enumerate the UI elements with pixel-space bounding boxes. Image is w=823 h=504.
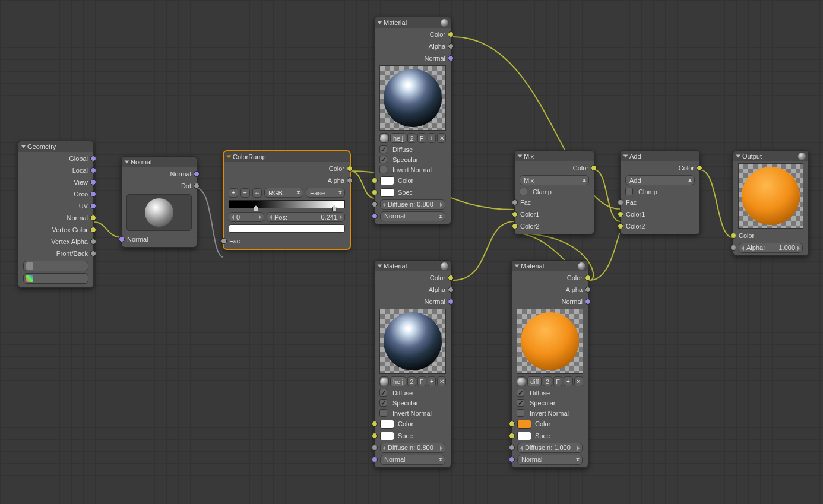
socket-out-normal[interactable]	[585, 299, 591, 305]
socket-uv[interactable]	[90, 203, 96, 209]
normal-select[interactable]: Normal	[517, 455, 583, 465]
node-header[interactable]: Material	[375, 261, 451, 271]
diffusein-field[interactable]: DiffuseIn: 0.800	[380, 199, 445, 210]
mat-browse[interactable]	[517, 376, 526, 386]
socket-frontback[interactable]	[90, 251, 96, 256]
socket-out-alpha[interactable]	[448, 43, 454, 49]
socket-in-spec[interactable]	[372, 189, 378, 195]
socket-in-color[interactable]	[372, 421, 378, 427]
node-header[interactable]: Material	[375, 17, 451, 28]
socket-in-color2[interactable]	[618, 223, 623, 229]
node-header[interactable]: Mix	[515, 151, 594, 161]
ramp-gradient[interactable]	[229, 200, 345, 208]
node-output[interactable]: Output Color Alpha:1.000	[733, 150, 809, 256]
swatch-spec[interactable]	[517, 432, 531, 440]
socket-out-color[interactable]	[448, 31, 454, 37]
node-header[interactable]: Add	[621, 151, 699, 161]
node-mix[interactable]: Mix Color Mix Clamp Fac Color1 Color2	[514, 150, 594, 234]
socket-in-fac[interactable]	[221, 238, 227, 244]
socket-out-normal[interactable]	[194, 171, 200, 177]
node-add[interactable]: Add Color Add Clamp Fac Color1 Color2	[620, 150, 700, 234]
socket-out-normal[interactable]	[448, 299, 454, 305]
ramp-stop-1[interactable]	[332, 205, 337, 211]
ramp-add-stop[interactable]: +	[229, 188, 238, 198]
chk-diffuse[interactable]	[379, 389, 387, 397]
swatch-spec[interactable]	[380, 188, 394, 197]
mat-browse[interactable]	[379, 376, 389, 386]
socket-in-color2[interactable]	[512, 223, 518, 229]
socket-out-color[interactable]	[448, 275, 454, 281]
node-header[interactable]: Material	[512, 261, 588, 271]
ramp-stop-pos[interactable]: Pos:0.241	[267, 212, 345, 222]
socket-in-color[interactable]	[372, 177, 378, 183]
mat-unlink[interactable]: ✕	[437, 376, 446, 386]
mat-add[interactable]: +	[564, 376, 572, 386]
ramp-stop-color[interactable]	[229, 224, 345, 233]
socket-out-alpha[interactable]	[347, 177, 353, 183]
socket-out-color[interactable]	[697, 165, 702, 171]
swatch-color[interactable]	[380, 176, 394, 185]
socket-in-fac[interactable]	[618, 199, 623, 205]
socket-out-color[interactable]	[347, 166, 353, 172]
socket-in-color1[interactable]	[618, 211, 623, 217]
swatch-color[interactable]	[517, 420, 531, 429]
node-header[interactable]: Geometry	[18, 141, 93, 152]
swatch-color[interactable]	[380, 420, 394, 429]
socket-in-alpha[interactable]	[730, 245, 736, 251]
mat-users[interactable]: 2	[543, 376, 552, 386]
socket-in-spec[interactable]	[372, 433, 378, 439]
chk-specular[interactable]	[517, 399, 524, 407]
chk-diffuse[interactable]	[517, 389, 524, 397]
socket-out-color[interactable]	[591, 165, 597, 171]
node-material-2[interactable]: Material Color Alpha Normal heij 2 F + ✕…	[374, 260, 451, 468]
mat-fake-user[interactable]: F	[417, 133, 426, 143]
socket-in-normal[interactable]	[509, 457, 515, 462]
socket-out-alpha[interactable]	[448, 287, 454, 293]
blend-mode[interactable]: Add	[625, 175, 695, 185]
ramp-color-mode[interactable]: RGB	[264, 188, 303, 198]
mat-name-field[interactable]: diff	[527, 376, 542, 386]
ramp-stop-index[interactable]: 0	[229, 212, 264, 222]
socket-out-dot[interactable]	[194, 183, 200, 189]
node-normal[interactable]: Normal Normal Dot Normal	[121, 156, 197, 248]
chk-diffuse[interactable]	[379, 145, 387, 153]
node-geometry[interactable]: Geometry Global Local View Orco UV Norma…	[18, 141, 94, 288]
mat-name-field[interactable]: heij	[390, 376, 406, 386]
mat-users[interactable]: 2	[407, 133, 416, 143]
socket-in-color1[interactable]	[512, 211, 518, 217]
diffusein-field[interactable]: DiffuseIn: 1.000	[517, 443, 583, 453]
socket-in-color[interactable]	[509, 421, 515, 427]
socket-orco[interactable]	[90, 191, 96, 197]
socket-out-color[interactable]	[585, 275, 591, 281]
ramp-flip[interactable]: ↔	[252, 188, 262, 198]
socket-normal[interactable]	[90, 215, 96, 221]
node-header[interactable]: Normal	[122, 157, 197, 167]
diffusein-field[interactable]: DiffuseIn: 0.800	[380, 443, 445, 453]
node-header[interactable]: ColorRamp	[224, 151, 350, 162]
socket-in-spec[interactable]	[509, 433, 515, 439]
uv-layer-field[interactable]	[23, 261, 88, 271]
mat-users[interactable]: 2	[407, 376, 416, 386]
chk-clamp[interactable]	[520, 188, 527, 195]
mat-add[interactable]: +	[428, 133, 436, 143]
socket-out-normal[interactable]	[448, 55, 454, 61]
socket-in-diffusein[interactable]	[509, 445, 515, 451]
chk-invert[interactable]	[517, 409, 524, 417]
socket-valpha[interactable]	[90, 239, 96, 245]
vcol-layer-field[interactable]	[23, 273, 88, 284]
socket-global[interactable]	[90, 156, 96, 161]
chk-clamp[interactable]	[625, 188, 633, 195]
socket-in-diffusein[interactable]	[372, 445, 378, 451]
mat-name-field[interactable]: heij	[390, 133, 406, 143]
node-header[interactable]: Output	[733, 151, 808, 161]
normal-direction-widget[interactable]	[126, 194, 192, 231]
blend-mode[interactable]: Mix	[520, 175, 589, 185]
socket-in-color[interactable]	[730, 233, 736, 239]
normal-select[interactable]: Normal	[380, 455, 445, 465]
normal-select[interactable]: Normal	[380, 211, 445, 221]
socket-in-normal[interactable]	[372, 457, 378, 462]
socket-view[interactable]	[90, 179, 96, 185]
socket-in-normal[interactable]	[372, 213, 378, 219]
ramp-remove-stop[interactable]: −	[240, 188, 250, 198]
ramp-interp-mode[interactable]: Ease	[306, 188, 345, 198]
